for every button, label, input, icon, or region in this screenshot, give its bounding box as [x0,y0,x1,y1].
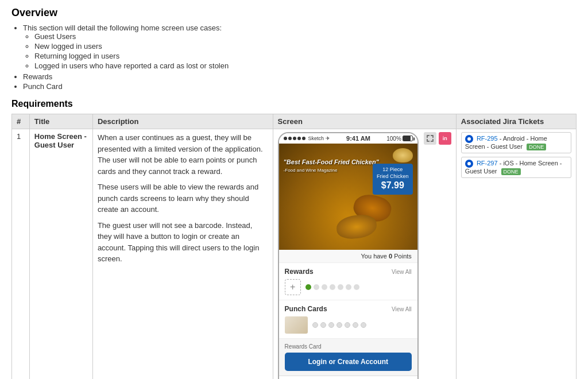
external-icons: in [421,132,451,145]
overview-intro: This section will detail the following h… [23,24,577,70]
jira-icon-1 [465,135,473,143]
nested-use-cases: Guest Users New logged in users Returnin… [34,32,577,70]
jira-icon-2 [465,160,473,168]
use-case-lost: Logged in users who have reported a card… [34,61,577,70]
rewards-header: Rewards View All [285,268,412,276]
overview-section: Overview This section will detail the fo… [11,7,577,91]
expand-icon[interactable] [424,132,436,145]
table-row: 1 Home Screen - Guest User When a user c… [12,129,577,380]
points-suffix: Points [394,253,412,260]
rewards-card-label: Rewards Card [285,343,412,350]
reward-dot-2 [314,284,319,290]
hero-text: "Best Fast-Food Fried Chicken" -Food and… [284,158,379,173]
biscuit [393,148,413,163]
extra-bullet-punch: Punch Card [23,82,577,91]
reward-progress [305,284,412,290]
punch-dot-1 [312,322,318,328]
col-header-num: # [12,114,30,129]
punch-cards-header: Punch Cards View All [285,305,412,313]
punch-cards-section: Punch Cards View All [279,300,417,339]
points-bar: You have 0 Points [279,250,417,263]
col-header-jira: Associated Jira Tickets [456,114,576,129]
punch-dot-3 [328,322,334,328]
jira-status-1: DONE [527,144,546,150]
requirements-title: Requirements [11,99,577,109]
row-num: 1 [12,129,30,380]
punch-item [285,316,412,334]
col-header-title: Title [29,114,92,129]
reward-dot-7 [354,284,359,290]
jira-platform-2: - iOS - [500,160,520,167]
hero-badge: 12 Piece Fried Chicken $7.99 [373,164,413,195]
table-header-row: # Title Description Screen Associated Ji… [12,114,577,129]
punch-dot-6 [353,322,358,328]
rewards-view-all[interactable]: View All [392,269,412,275]
desc-para-1: When a user continues as a guest, they w… [98,132,268,177]
signal-dot-5 [302,137,305,140]
overview-title: Overview [11,7,577,19]
punch-dot-5 [345,322,350,328]
row-description: When a user continues as a guest, they w… [92,129,273,380]
reward-dots [305,284,412,290]
extra-bullet-rewards: Rewards [23,72,577,81]
reward-dot-filled [305,284,311,290]
page-container: Overview This section will detail the fo… [0,0,588,379]
col-header-desc: Description [92,114,273,129]
badge-title: 12 Piece Fried Chicken [377,167,409,179]
jira-status-2: DONE [501,168,521,175]
screen-cell-content: Sketch ✈ 9:41 AM 100% [278,132,451,379]
use-case-returning: Returning logged in users [34,52,577,60]
signal-dot-4 [297,137,301,140]
phone-battery: 100% [386,136,413,142]
points-label: You have [361,253,387,260]
punch-dot-2 [320,322,326,328]
reward-dot-5 [338,284,343,290]
use-cases-list: This section will detail the following h… [23,24,577,91]
punch-cards-title: Punch Cards [285,305,327,313]
phone-mockup: Sketch ✈ 9:41 AM 100% [278,132,419,379]
phone-signal-dots: Sketch ✈ [284,136,330,141]
reward-dot-4 [330,284,335,290]
punch-dots [312,322,412,328]
phone-bottom-nav: Home Locations [279,376,417,379]
invision-icon[interactable]: in [439,132,451,145]
signal-dot-3 [293,137,296,140]
hero-quote: "Best Fast-Food Fried Chicken" [284,158,379,167]
phone-status-bar: Sketch ✈ 9:41 AM 100% [279,133,417,144]
desc-para-3: The guest user will not see a barcode. I… [98,220,268,265]
desc-para-2: These users will be able to view the rew… [98,181,268,215]
badge-price: $7.99 [376,180,409,192]
use-case-new: New logged in users [34,42,577,51]
punch-card-image [285,316,308,334]
jira-ticket-2: RF-297 - iOS - Home Screen - Guest User … [461,157,571,178]
use-case-guest: Guest Users [34,32,577,41]
requirements-table: # Title Description Screen Associated Ji… [11,114,577,379]
signal-dot-1 [284,137,287,140]
jira-link-2[interactable]: RF-297 [477,160,498,167]
row-title: Home Screen - Guest User [29,129,92,380]
login-section: Rewards Card Login or Create Account [279,339,417,376]
biscuit-area [393,148,413,163]
battery-icon [403,136,413,141]
phone-time: 9:41 AM [346,135,370,142]
jira-ticket-1: RF-295 - Android - Home Screen - Guest U… [461,132,571,153]
phone-hero: "Best Fast-Food Fried Chicken" -Food and… [279,144,417,250]
jira-link-1[interactable]: RF-295 [477,135,498,142]
signal-dot-2 [288,137,292,140]
punch-cards-view-all[interactable]: View All [392,306,412,312]
reward-dot-6 [346,284,351,290]
hero-source: -Food and Wine Magazine [284,168,379,173]
punch-dot-7 [361,322,366,328]
reward-add-button[interactable]: + [285,279,301,295]
login-create-account-button[interactable]: Login or Create Account [285,353,412,371]
rewards-section: Rewards View All + [279,263,417,300]
wifi-indicator: Sketch ✈ [308,136,330,141]
reward-dot-3 [322,284,327,290]
row-screen: Sketch ✈ 9:41 AM 100% [273,129,456,380]
reward-item: + [285,279,412,295]
battery-fill [403,136,411,141]
jira-platform-1: - Android - [500,135,531,142]
points-count: 0 [389,253,392,260]
row-jira-tickets: RF-295 - Android - Home Screen - Guest U… [456,129,576,380]
punch-dot-4 [336,322,342,328]
